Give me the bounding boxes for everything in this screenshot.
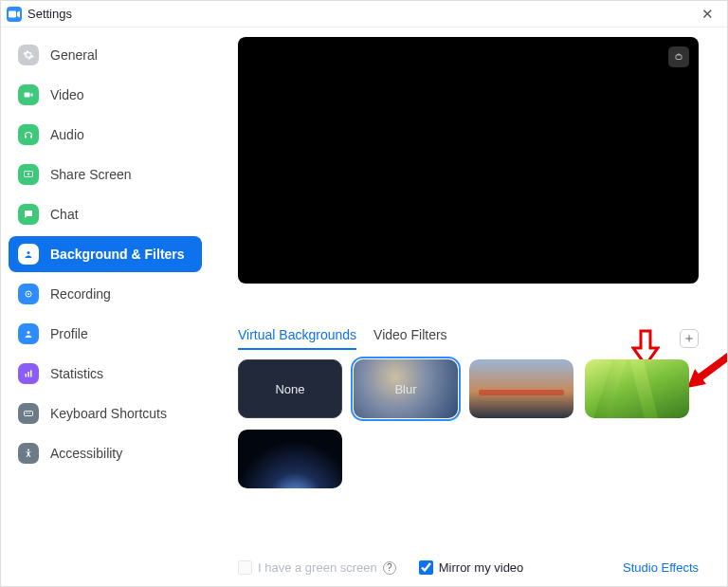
nav-label: Audio (50, 127, 84, 142)
background-grid: None Blur (238, 359, 699, 488)
sidebar-item-share-screen[interactable]: Share Screen (9, 156, 202, 193)
svg-point-14 (27, 449, 29, 451)
sidebar-item-chat[interactable]: Chat (9, 196, 202, 232)
svg-point-6 (27, 331, 30, 334)
sidebar-item-profile[interactable]: Profile (9, 316, 202, 352)
accessibility-icon (18, 443, 39, 464)
svg-point-3 (27, 251, 30, 254)
studio-effects-link[interactable]: Studio Effects (623, 560, 699, 575)
sidebar-item-accessibility[interactable]: Accessibility (9, 435, 202, 471)
svg-rect-1 (25, 93, 30, 98)
keyboard-icon (18, 403, 39, 424)
sidebar-item-statistics[interactable]: Statistics (9, 356, 202, 392)
svg-rect-7 (26, 374, 27, 377)
content-pane: Virtual Backgrounds Video Filters ＋ None… (209, 28, 727, 586)
close-icon[interactable]: ✕ (698, 4, 718, 25)
rotate-camera-icon[interactable] (668, 46, 689, 67)
sidebar-item-background-filters[interactable]: Background & Filters (9, 236, 202, 272)
statistics-icon (18, 363, 39, 384)
mirror-video-label: Mirror my video (439, 560, 524, 575)
bg-option-bridge[interactable] (469, 359, 573, 418)
titlebar: Settings ✕ (1, 1, 727, 28)
headphones-icon (18, 124, 39, 145)
svg-rect-15 (676, 55, 682, 60)
mirror-video-input[interactable] (419, 560, 433, 575)
mirror-video-checkbox[interactable]: Mirror my video (419, 560, 524, 575)
video-preview (238, 37, 699, 284)
nav-label: Statistics (50, 366, 103, 381)
svg-rect-0 (9, 10, 16, 17)
svg-rect-12 (27, 413, 28, 413)
zoom-app-icon (7, 7, 22, 22)
svg-rect-13 (29, 413, 30, 413)
chat-icon (18, 204, 39, 225)
nav-label: Video (50, 87, 84, 102)
bg-option-earth[interactable] (238, 430, 342, 488)
profile-icon (18, 323, 39, 344)
background-tabs: Virtual Backgrounds Video Filters (238, 327, 447, 350)
recording-icon (18, 284, 39, 304)
footer-options: I have a green screen ? Mirror my video … (238, 551, 699, 575)
tab-video-filters[interactable]: Video Filters (373, 327, 447, 350)
bg-option-blur[interactable]: Blur (354, 359, 458, 418)
gear-icon (18, 45, 39, 65)
svg-rect-8 (27, 372, 29, 377)
nav-label: Recording (50, 286, 111, 302)
sidebar-item-general[interactable]: General (9, 37, 202, 73)
add-background-button[interactable]: ＋ (680, 329, 699, 348)
nav-label: Accessibility (50, 446, 122, 461)
video-icon (18, 84, 39, 105)
nav-label: Background & Filters (50, 247, 185, 262)
share-screen-icon (18, 164, 39, 185)
sidebar-item-recording[interactable]: Recording (9, 276, 202, 312)
bg-option-grass[interactable] (585, 359, 689, 418)
bg-label: None (275, 382, 304, 396)
green-screen-checkbox[interactable]: I have a green screen ? (238, 560, 396, 575)
bg-option-none[interactable]: None (238, 359, 342, 418)
nav-label: Keyboard Shortcuts (50, 406, 167, 421)
green-screen-label: I have a green screen (258, 560, 377, 575)
green-screen-input[interactable] (238, 560, 252, 575)
tab-virtual-backgrounds[interactable]: Virtual Backgrounds (238, 327, 356, 350)
background-filters-icon (18, 244, 39, 265)
nav-label: General (50, 47, 98, 63)
nav-label: Share Screen (50, 167, 132, 182)
svg-rect-11 (26, 413, 27, 413)
svg-rect-9 (30, 371, 32, 377)
sidebar-item-video[interactable]: Video (9, 77, 202, 113)
sidebar-item-audio[interactable]: Audio (9, 117, 202, 153)
nav-label: Profile (50, 326, 88, 341)
sidebar-item-keyboard-shortcuts[interactable]: Keyboard Shortcuts (9, 395, 202, 431)
nav-label: Chat (50, 207, 79, 222)
sidebar: General Video Audio Share Screen Chat Ba… (1, 28, 209, 586)
window-title: Settings (27, 7, 72, 21)
bg-label: Blur (394, 382, 416, 396)
help-icon[interactable]: ? (383, 561, 396, 575)
svg-point-5 (27, 293, 29, 295)
